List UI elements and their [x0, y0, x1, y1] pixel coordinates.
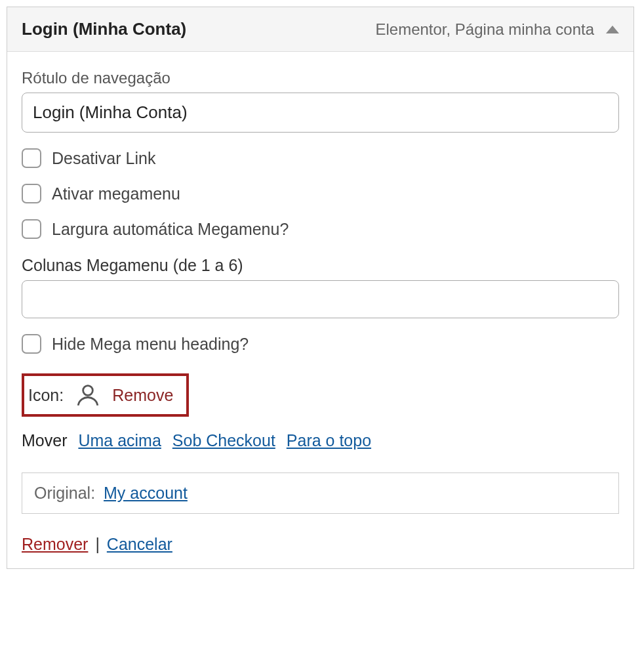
auto-width-label: Largura automática Megamenu? [52, 220, 289, 239]
auto-width-row: Largura automática Megamenu? [22, 219, 619, 239]
remove-item-link[interactable]: Remover [22, 535, 88, 553]
enable-megamenu-label: Ativar megamenu [52, 184, 180, 203]
panel-body: Rótulo de navegação Desativar Link Ativa… [7, 52, 633, 568]
cancel-link[interactable]: Cancelar [107, 535, 172, 553]
panel-subtitle-text: Elementor, Página minha conta [375, 20, 594, 39]
hide-heading-label: Hide Mega menu heading? [52, 335, 249, 354]
nav-label-label: Rótulo de navegação [22, 69, 619, 87]
columns-input[interactable] [22, 280, 619, 318]
hide-heading-checkbox[interactable] [22, 334, 41, 354]
disable-link-row: Desativar Link [22, 148, 619, 168]
move-under-checkout-link[interactable]: Sob Checkout [172, 431, 275, 450]
user-icon[interactable] [73, 380, 103, 410]
enable-megamenu-row: Ativar megamenu [22, 184, 619, 203]
panel-header[interactable]: Login (Minha Conta) Elementor, Página mi… [7, 7, 633, 52]
menu-item-panel: Login (Minha Conta) Elementor, Página mi… [7, 7, 634, 569]
move-up-one-link[interactable]: Uma acima [78, 431, 161, 450]
move-to-top-link[interactable]: Para o topo [287, 431, 371, 450]
footer-row: Remover | Cancelar [22, 535, 619, 554]
columns-label: Colunas Megamenu (de 1 a 6) [22, 256, 619, 275]
move-row: Mover Uma acima Sob Checkout Para o topo [22, 431, 619, 450]
icon-label: Icon: [28, 386, 64, 405]
icon-remove-link[interactable]: Remove [112, 386, 173, 405]
icon-row: Icon: Remove [22, 373, 189, 417]
enable-megamenu-checkbox[interactable] [22, 184, 41, 203]
svg-point-0 [83, 386, 93, 396]
move-label: Mover [22, 431, 67, 450]
footer-divider: | [95, 535, 100, 553]
disable-link-checkbox[interactable] [22, 148, 41, 168]
disable-link-label: Desativar Link [52, 149, 155, 168]
auto-width-checkbox[interactable] [22, 219, 41, 239]
original-label: Original: [34, 484, 95, 502]
original-link[interactable]: My account [104, 484, 188, 502]
hide-heading-row: Hide Mega menu heading? [22, 334, 619, 354]
original-box: Original: My account [22, 472, 619, 514]
panel-subtitle: Elementor, Página minha conta [375, 20, 619, 39]
nav-label-input[interactable] [22, 93, 619, 133]
panel-title: Login (Minha Conta) [22, 19, 186, 39]
chevron-up-icon[interactable] [606, 26, 619, 33]
